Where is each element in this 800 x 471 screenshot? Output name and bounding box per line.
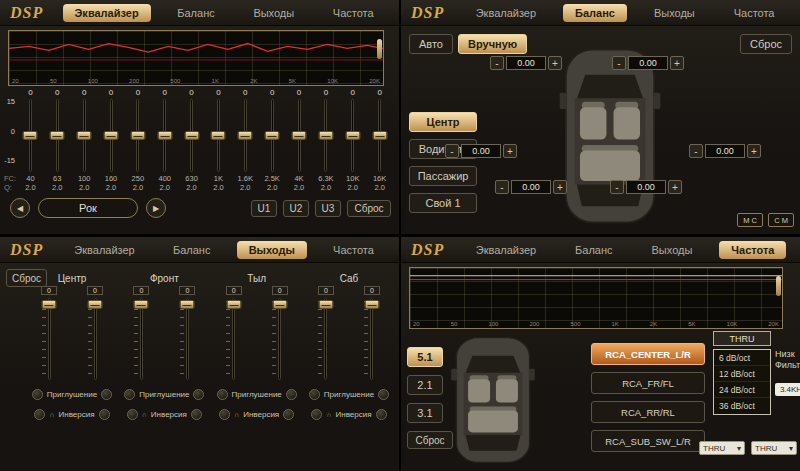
- band-slider[interactable]: [324, 99, 327, 172]
- band-slider-handle[interactable]: [265, 131, 280, 140]
- delay-minus-button[interactable]: -: [612, 56, 626, 70]
- output-slider[interactable]: [278, 298, 281, 380]
- invert-toggle-left[interactable]: [219, 409, 230, 420]
- tab-Частота[interactable]: Частота: [321, 4, 386, 22]
- band-slider-handle[interactable]: [184, 131, 199, 140]
- delay-plus-button[interactable]: +: [670, 56, 684, 70]
- band-slider[interactable]: [110, 99, 113, 172]
- tab-Частота[interactable]: Частота: [321, 241, 386, 259]
- band-slider[interactable]: [271, 99, 274, 172]
- band-slider-handle[interactable]: [104, 131, 119, 140]
- mc-button[interactable]: М С: [737, 213, 763, 227]
- preset-next-button[interactable]: ▶: [146, 198, 166, 218]
- rca-channel-button[interactable]: RCA_SUB_SW_L/R: [591, 430, 705, 452]
- balance-reset-button[interactable]: Сброс: [740, 34, 792, 54]
- memory-u2-button[interactable]: U2: [283, 200, 309, 217]
- invert-toggle-left[interactable]: [34, 409, 45, 420]
- mute-toggle-left[interactable]: [309, 389, 320, 400]
- band-slider[interactable]: [351, 99, 354, 172]
- rca-channel-button[interactable]: RCA_FR/FL: [591, 372, 705, 394]
- tab-Выходы[interactable]: Выходы: [642, 4, 707, 22]
- channel-slope-select[interactable]: THRU▾: [751, 441, 797, 455]
- tab-Выходы[interactable]: Выходы: [241, 4, 306, 22]
- band-slider[interactable]: [378, 99, 381, 172]
- mute-toggle-right[interactable]: [101, 389, 112, 400]
- output-slider[interactable]: [370, 298, 373, 380]
- cm-button[interactable]: С М: [768, 213, 794, 227]
- eq-reset-button[interactable]: Сброс: [347, 200, 391, 217]
- band-slider[interactable]: [163, 99, 166, 172]
- slope-option[interactable]: 24 dB/oct: [714, 382, 770, 398]
- delay-plus-button[interactable]: +: [668, 180, 682, 194]
- output-slider[interactable]: [186, 298, 189, 380]
- invert-toggle-right[interactable]: [376, 409, 387, 420]
- band-slider[interactable]: [244, 99, 247, 172]
- position-button[interactable]: Свой 1: [409, 193, 477, 213]
- invert-toggle-right[interactable]: [99, 409, 110, 420]
- band-slider-handle[interactable]: [77, 131, 92, 140]
- band-slider-handle[interactable]: [345, 131, 360, 140]
- rca-channel-button[interactable]: RCA_RR/RL: [591, 401, 705, 423]
- memory-u1-button[interactable]: U1: [251, 200, 277, 217]
- crossover-reset-button[interactable]: Сброс: [407, 431, 453, 449]
- delay-plus-button[interactable]: +: [503, 144, 517, 158]
- tab-Выходы[interactable]: Выходы: [640, 241, 705, 259]
- band-slider[interactable]: [298, 99, 301, 172]
- band-slider-handle[interactable]: [211, 131, 226, 140]
- tab-Эквалайзер[interactable]: Эквалайзер: [464, 4, 548, 22]
- invert-toggle-left[interactable]: [311, 409, 322, 420]
- band-slider-handle[interactable]: [157, 131, 172, 140]
- preset-prev-button[interactable]: ◀: [10, 198, 30, 218]
- tab-Частота[interactable]: Частота: [719, 241, 786, 259]
- delay-plus-button[interactable]: +: [548, 56, 562, 70]
- slope-option[interactable]: 36 dB/oct: [714, 398, 770, 414]
- tab-Баланс[interactable]: Баланс: [563, 241, 624, 259]
- manual-button[interactable]: Вручную: [458, 34, 527, 54]
- delay-minus-button[interactable]: -: [610, 180, 624, 194]
- position-button[interactable]: Центр: [409, 112, 477, 132]
- tab-Эквалайзер[interactable]: Эквалайзер: [62, 241, 146, 259]
- mute-toggle-right[interactable]: [193, 389, 204, 400]
- output-slider[interactable]: [48, 298, 51, 380]
- graph-grip[interactable]: [377, 39, 382, 59]
- delay-plus-button[interactable]: +: [553, 180, 567, 194]
- slope-option[interactable]: 6 dB/oct: [714, 350, 770, 366]
- delay-minus-button[interactable]: -: [495, 180, 509, 194]
- invert-toggle-right[interactable]: [191, 409, 202, 420]
- tab-Эквалайзер[interactable]: Эквалайзер: [464, 241, 548, 259]
- mute-toggle-left[interactable]: [217, 389, 228, 400]
- band-slider-handle[interactable]: [130, 131, 145, 140]
- tab-Баланс[interactable]: Баланс: [165, 4, 226, 22]
- position-button[interactable]: Пассажир: [409, 166, 477, 186]
- output-slider[interactable]: [140, 298, 143, 380]
- band-slider[interactable]: [29, 99, 32, 172]
- band-slider-handle[interactable]: [50, 131, 65, 140]
- delay-minus-button[interactable]: -: [490, 56, 504, 70]
- tab-Баланс[interactable]: Баланс: [563, 4, 627, 22]
- invert-toggle-right[interactable]: [283, 409, 294, 420]
- rca-channel-button[interactable]: RCA_CENTER_L/R: [591, 343, 705, 365]
- output-slider[interactable]: [324, 298, 327, 380]
- band-slider-handle[interactable]: [238, 131, 253, 140]
- delay-plus-button[interactable]: +: [747, 144, 761, 158]
- mode-3.1-button[interactable]: 3.1: [407, 403, 443, 423]
- delay-minus-button[interactable]: -: [445, 144, 459, 158]
- output-slider-handle[interactable]: [88, 300, 103, 309]
- slope-option[interactable]: 12 dB/oct: [714, 366, 770, 382]
- slope-select[interactable]: THRU: [713, 331, 771, 346]
- band-slider[interactable]: [56, 99, 59, 172]
- mode-2.1-button[interactable]: 2.1: [407, 375, 443, 395]
- band-slider-handle[interactable]: [292, 131, 307, 140]
- output-slider-handle[interactable]: [226, 300, 241, 309]
- preset-name[interactable]: Рок: [38, 198, 138, 218]
- band-slider-handle[interactable]: [23, 131, 38, 140]
- tab-Выходы[interactable]: Выходы: [237, 241, 307, 259]
- mute-toggle-left[interactable]: [32, 389, 43, 400]
- band-slider-handle[interactable]: [318, 131, 333, 140]
- band-slider[interactable]: [136, 99, 139, 172]
- output-slider-handle[interactable]: [42, 300, 57, 309]
- tab-Эквалайзер[interactable]: Эквалайзер: [63, 4, 151, 22]
- output-slider-handle[interactable]: [180, 300, 195, 309]
- output-slider-handle[interactable]: [364, 300, 379, 309]
- band-slider[interactable]: [190, 99, 193, 172]
